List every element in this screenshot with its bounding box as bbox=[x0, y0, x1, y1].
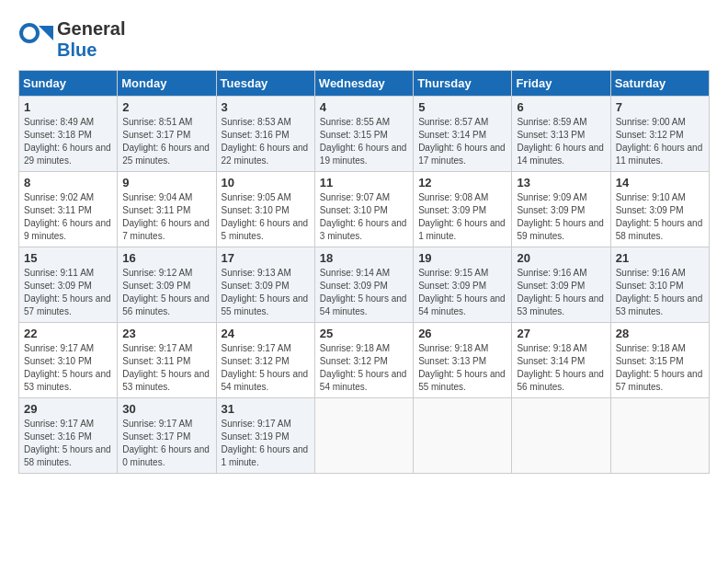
calendar-cell: 9 Sunrise: 9:04 AMSunset: 3:11 PMDayligh… bbox=[118, 172, 216, 247]
day-info: Sunrise: 9:17 AMSunset: 3:11 PMDaylight:… bbox=[122, 342, 210, 394]
calendar-cell: 15 Sunrise: 9:11 AMSunset: 3:09 PMDaylig… bbox=[19, 247, 118, 323]
calendar-cell: 14 Sunrise: 9:10 AMSunset: 3:09 PMDaylig… bbox=[610, 172, 709, 247]
calendar-cell: 11 Sunrise: 9:07 AMSunset: 3:10 PMDaylig… bbox=[314, 172, 413, 247]
day-number: 9 bbox=[122, 176, 210, 190]
day-number: 5 bbox=[418, 100, 506, 114]
day-info: Sunrise: 9:17 AMSunset: 3:19 PMDaylight:… bbox=[222, 418, 310, 469]
day-info: Sunrise: 8:59 AMSunset: 3:13 PMDaylight:… bbox=[517, 116, 605, 167]
day-header-wednesday: Wednesday bbox=[314, 71, 413, 97]
calendar-cell: 1 Sunrise: 8:49 AMSunset: 3:18 PMDayligh… bbox=[19, 97, 118, 172]
calendar-cell: 13 Sunrise: 9:09 AMSunset: 3:09 PMDaylig… bbox=[512, 172, 610, 247]
day-number: 18 bbox=[320, 251, 408, 265]
calendar-week-3: 15 Sunrise: 9:11 AMSunset: 3:09 PMDaylig… bbox=[19, 247, 710, 323]
day-info: Sunrise: 9:13 AMSunset: 3:09 PMDaylight:… bbox=[222, 267, 310, 318]
day-number: 10 bbox=[222, 176, 310, 190]
day-header-tuesday: Tuesday bbox=[216, 71, 314, 97]
calendar-cell: 16 Sunrise: 9:12 AMSunset: 3:09 PMDaylig… bbox=[118, 247, 216, 323]
day-info: Sunrise: 9:18 AMSunset: 3:15 PMDaylight:… bbox=[616, 342, 704, 394]
day-info: Sunrise: 9:17 AMSunset: 3:10 PMDaylight:… bbox=[24, 342, 112, 394]
calendar-cell: 4 Sunrise: 8:55 AMSunset: 3:15 PMDayligh… bbox=[314, 97, 413, 172]
day-number: 17 bbox=[222, 251, 310, 265]
calendar-cell: 28 Sunrise: 9:18 AMSunset: 3:15 PMDaylig… bbox=[610, 323, 709, 398]
day-info: Sunrise: 8:55 AMSunset: 3:15 PMDaylight:… bbox=[320, 116, 408, 167]
day-info: Sunrise: 9:18 AMSunset: 3:13 PMDaylight:… bbox=[418, 342, 506, 394]
logo-icon bbox=[18, 22, 53, 57]
day-number: 3 bbox=[222, 100, 310, 114]
calendar-cell: 31 Sunrise: 9:17 AMSunset: 3:19 PMDaylig… bbox=[216, 398, 314, 474]
calendar-cell bbox=[512, 398, 610, 474]
calendar-cell: 19 Sunrise: 9:15 AMSunset: 3:09 PMDaylig… bbox=[414, 247, 512, 323]
day-info: Sunrise: 9:08 AMSunset: 3:09 PMDaylight:… bbox=[418, 191, 506, 243]
calendar-cell: 23 Sunrise: 9:17 AMSunset: 3:11 PMDaylig… bbox=[118, 323, 216, 398]
day-info: Sunrise: 9:16 AMSunset: 3:09 PMDaylight:… bbox=[517, 267, 605, 318]
day-number: 28 bbox=[616, 327, 704, 340]
calendar-cell: 22 Sunrise: 9:17 AMSunset: 3:10 PMDaylig… bbox=[19, 323, 118, 398]
day-number: 14 bbox=[616, 176, 704, 190]
calendar-cell: 25 Sunrise: 9:18 AMSunset: 3:12 PMDaylig… bbox=[314, 323, 413, 398]
day-number: 12 bbox=[418, 176, 506, 190]
day-header-friday: Friday bbox=[512, 71, 610, 97]
day-header-sunday: Sunday bbox=[19, 71, 118, 97]
calendar-cell: 12 Sunrise: 9:08 AMSunset: 3:09 PMDaylig… bbox=[414, 172, 512, 247]
day-info: Sunrise: 8:51 AMSunset: 3:17 PMDaylight:… bbox=[122, 116, 210, 167]
svg-point-1 bbox=[23, 27, 36, 40]
calendar-cell: 2 Sunrise: 8:51 AMSunset: 3:17 PMDayligh… bbox=[118, 97, 216, 172]
day-info: Sunrise: 9:16 AMSunset: 3:10 PMDaylight:… bbox=[616, 267, 704, 318]
day-info: Sunrise: 9:18 AMSunset: 3:14 PMDaylight:… bbox=[517, 342, 605, 394]
day-info: Sunrise: 9:05 AMSunset: 3:10 PMDaylight:… bbox=[222, 191, 310, 243]
calendar-cell bbox=[314, 398, 413, 474]
calendar-cell: 3 Sunrise: 8:53 AMSunset: 3:16 PMDayligh… bbox=[216, 97, 314, 172]
day-number: 24 bbox=[222, 327, 310, 340]
day-number: 21 bbox=[616, 251, 704, 265]
calendar-cell: 30 Sunrise: 9:17 AMSunset: 3:17 PMDaylig… bbox=[118, 398, 216, 474]
day-number: 6 bbox=[517, 100, 605, 114]
calendar-cell: 27 Sunrise: 9:18 AMSunset: 3:14 PMDaylig… bbox=[512, 323, 610, 398]
day-info: Sunrise: 9:09 AMSunset: 3:09 PMDaylight:… bbox=[517, 191, 605, 243]
logo: General Blue bbox=[18, 18, 125, 61]
day-number: 25 bbox=[320, 327, 408, 340]
day-info: Sunrise: 9:02 AMSunset: 3:11 PMDaylight:… bbox=[24, 191, 112, 243]
calendar-cell: 8 Sunrise: 9:02 AMSunset: 3:11 PMDayligh… bbox=[19, 172, 118, 247]
day-header-saturday: Saturday bbox=[610, 71, 709, 97]
logo-general: General bbox=[57, 18, 125, 39]
day-info: Sunrise: 9:18 AMSunset: 3:12 PMDaylight:… bbox=[320, 342, 408, 394]
calendar-cell: 17 Sunrise: 9:13 AMSunset: 3:09 PMDaylig… bbox=[216, 247, 314, 323]
day-number: 16 bbox=[122, 251, 210, 265]
day-info: Sunrise: 9:17 AMSunset: 3:16 PMDaylight:… bbox=[24, 418, 112, 469]
day-number: 30 bbox=[122, 402, 210, 416]
day-number: 4 bbox=[320, 100, 408, 114]
day-info: Sunrise: 9:04 AMSunset: 3:11 PMDaylight:… bbox=[122, 191, 210, 243]
day-info: Sunrise: 8:57 AMSunset: 3:14 PMDaylight:… bbox=[418, 116, 506, 167]
day-number: 1 bbox=[24, 100, 112, 114]
day-info: Sunrise: 9:00 AMSunset: 3:12 PMDaylight:… bbox=[616, 116, 704, 167]
calendar-cell: 5 Sunrise: 8:57 AMSunset: 3:14 PMDayligh… bbox=[414, 97, 512, 172]
day-info: Sunrise: 9:17 AMSunset: 3:12 PMDaylight:… bbox=[222, 342, 310, 394]
calendar-cell: 29 Sunrise: 9:17 AMSunset: 3:16 PMDaylig… bbox=[19, 398, 118, 474]
day-info: Sunrise: 9:17 AMSunset: 3:17 PMDaylight:… bbox=[122, 418, 210, 469]
day-number: 26 bbox=[418, 327, 506, 340]
calendar-cell: 10 Sunrise: 9:05 AMSunset: 3:10 PMDaylig… bbox=[216, 172, 314, 247]
calendar-week-1: 1 Sunrise: 8:49 AMSunset: 3:18 PMDayligh… bbox=[19, 97, 710, 172]
calendar-cell: 7 Sunrise: 9:00 AMSunset: 3:12 PMDayligh… bbox=[610, 97, 709, 172]
day-info: Sunrise: 9:10 AMSunset: 3:09 PMDaylight:… bbox=[616, 191, 704, 243]
calendar-cell: 21 Sunrise: 9:16 AMSunset: 3:10 PMDaylig… bbox=[610, 247, 709, 323]
calendar-cell bbox=[610, 398, 709, 474]
page-header: General Blue bbox=[18, 18, 710, 61]
calendar-week-5: 29 Sunrise: 9:17 AMSunset: 3:16 PMDaylig… bbox=[19, 398, 710, 474]
day-number: 15 bbox=[24, 251, 112, 265]
day-number: 8 bbox=[24, 176, 112, 190]
day-info: Sunrise: 9:11 AMSunset: 3:09 PMDaylight:… bbox=[24, 267, 112, 318]
day-header-thursday: Thursday bbox=[414, 71, 512, 97]
logo-blue: Blue bbox=[57, 40, 97, 60]
calendar-header-row: SundayMondayTuesdayWednesdayThursdayFrid… bbox=[19, 71, 710, 97]
day-info: Sunrise: 9:14 AMSunset: 3:09 PMDaylight:… bbox=[320, 267, 408, 318]
day-number: 11 bbox=[320, 176, 408, 190]
day-number: 22 bbox=[24, 327, 112, 340]
calendar-cell: 24 Sunrise: 9:17 AMSunset: 3:12 PMDaylig… bbox=[216, 323, 314, 398]
day-info: Sunrise: 8:49 AMSunset: 3:18 PMDaylight:… bbox=[24, 116, 112, 167]
day-number: 2 bbox=[122, 100, 210, 114]
calendar-table: SundayMondayTuesdayWednesdayThursdayFrid… bbox=[18, 70, 710, 474]
day-number: 20 bbox=[517, 251, 605, 265]
calendar-cell bbox=[414, 398, 512, 474]
day-info: Sunrise: 8:53 AMSunset: 3:16 PMDaylight:… bbox=[222, 116, 310, 167]
